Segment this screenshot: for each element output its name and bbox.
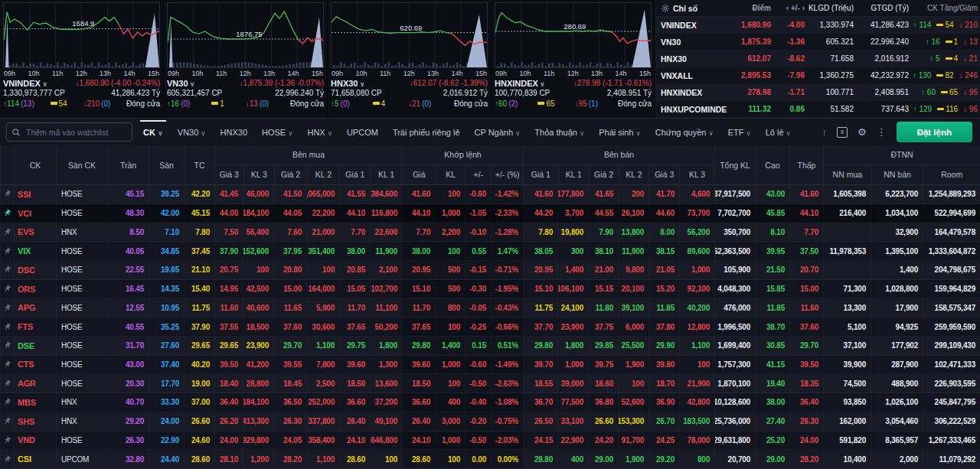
ticker-cell[interactable]: FTS <box>14 318 56 336</box>
index-name-dropdown[interactable]: VNINDEX∨ <box>3 79 47 88</box>
pin-icon[interactable] <box>2 207 13 219</box>
search-input[interactable] <box>24 127 127 138</box>
pin-icon[interactable] <box>2 453 13 464</box>
tab-phái-sinh[interactable]: Phái sinh∨ <box>599 120 641 145</box>
tab-chứng-quyền[interactable]: Chứng quyền∨ <box>655 120 714 145</box>
pin-icon[interactable] <box>2 188 13 200</box>
index-name-dropdown[interactable]: VN30∨ <box>167 79 195 88</box>
ticker-cell[interactable]: DSE <box>14 337 56 355</box>
watchlist-search[interactable] <box>6 122 132 142</box>
pin-icon[interactable] <box>2 340 13 351</box>
tab-hose[interactable]: HOSE∨ <box>262 120 292 145</box>
board-row-ors[interactable]: ORSHOSE16.4514.3515.4014.9542,50015.0016… <box>0 280 980 299</box>
pin-icon[interactable] <box>2 283 13 295</box>
tab-vn30[interactable]: VN30∨ <box>178 120 206 145</box>
pin-icon[interactable] <box>2 245 13 256</box>
tab-etf[interactable]: ETF∨ <box>728 120 751 145</box>
cell-bk2: 1,900 <box>618 356 648 374</box>
pin-cell[interactable] <box>0 337 14 355</box>
pin-icon[interactable] <box>2 226 13 238</box>
pin-cell[interactable] <box>0 261 14 279</box>
tab-hnx30[interactable]: HNX30 <box>220 120 247 145</box>
pin-icon[interactable] <box>2 435 13 446</box>
board-row-mbs[interactable]: MBSHNX40.7033.3037.0036.40184,10036.5025… <box>0 393 980 412</box>
pin-icon[interactable] <box>2 264 13 275</box>
board-row-fts[interactable]: FTSHOSE40.5535.2537.9037.5518,50037.6030… <box>0 318 980 337</box>
excel-export-icon[interactable]: x <box>837 127 848 138</box>
ticker-cell[interactable]: CTS <box>14 356 56 374</box>
index-row-hnxindex[interactable]: HNXINDEX278.98-1.71100.7712,408.951↑ 606… <box>656 84 980 101</box>
pin-cell[interactable] <box>0 450 14 468</box>
tab-hnx[interactable]: HNX∨ <box>307 120 332 145</box>
tab-cp-ngành[interactable]: CP Ngành∨ <box>475 120 521 145</box>
reference-cell: 19.00 <box>184 374 214 392</box>
ticker-cell[interactable]: DSC <box>14 261 56 279</box>
board-row-ssi[interactable]: SSIHOSE45.1539.2542.2041.4546,00041.50,0… <box>0 185 980 204</box>
pin-icon[interactable] <box>2 302 13 314</box>
tab-ck[interactable]: CK∨ <box>143 120 163 145</box>
pin-icon[interactable] <box>2 378 13 389</box>
index-row-hnxupcomindex[interactable]: HNXUPCOMINDEX111.320.8651.582737.643↑ 12… <box>656 101 980 118</box>
ticker-cell[interactable]: AGR <box>14 374 56 392</box>
pin-cell[interactable] <box>0 298 14 317</box>
pin-cell[interactable] <box>0 318 14 336</box>
pin-cell[interactable] <box>0 393 14 412</box>
pin-cell[interactable] <box>0 185 14 204</box>
index-row-vn30[interactable]: VN301,875.39-1.36605.32122,996.240↑ 161↓… <box>656 34 980 50</box>
time-tick: 15h <box>312 70 323 77</box>
pin-cell[interactable] <box>0 374 14 392</box>
board-row-csi[interactable]: CSIUPCOM32.8024.4028.6028.101,20028.201,… <box>0 450 980 469</box>
cell-chg: -0.05 <box>465 298 491 317</box>
board-row-dse[interactable]: DSEHOSE31.7027.6029.6529.6523,90029.701,… <box>0 337 980 356</box>
time-tick: 14h <box>288 70 299 77</box>
index-name-dropdown[interactable]: HNXINDEX∨ <box>495 79 545 88</box>
settings-icon[interactable]: ⚙ <box>858 127 867 137</box>
ticker-cell[interactable]: SSI <box>14 185 56 204</box>
tab-upcom[interactable]: UPCOM <box>347 120 378 145</box>
ticker-cell[interactable]: SHS <box>14 412 56 431</box>
ticker-cell[interactable]: MBS <box>14 393 56 412</box>
pin-cell[interactable] <box>0 356 14 374</box>
upload-icon[interactable]: ↑ <box>822 127 827 137</box>
ticker-cell[interactable]: EVS <box>14 223 56 241</box>
pin-icon[interactable] <box>2 359 13 370</box>
pin-cell[interactable] <box>0 412 14 431</box>
index-row-vnindex[interactable]: VNINDEX1,680.90-4.001,330.97441,286.423↑… <box>656 17 980 34</box>
pin-icon[interactable] <box>2 415 13 427</box>
board-row-vnd[interactable]: VNDHOSE26.3022.9024.6024.00,929,80024.05… <box>0 432 980 451</box>
ticker-cell[interactable]: CSI <box>14 450 56 468</box>
pin-cell[interactable] <box>0 223 14 241</box>
pin-cell[interactable] <box>0 204 14 223</box>
pin-cell[interactable] <box>0 280 14 298</box>
ticker-cell[interactable]: ORS <box>14 280 56 298</box>
cell-nnban: 1,395,100 <box>871 242 923 260</box>
board-row-cts[interactable]: CTSHOSE43.0037.4040.2039.5041,20039.557,… <box>0 356 980 375</box>
gear-icon[interactable] <box>661 4 670 13</box>
index-name-dropdown[interactable]: HNX30∨ <box>331 79 365 88</box>
index-row-vnxall[interactable]: VNXALL2,895.53-7.961,360.27542,232.972↑ … <box>656 67 980 84</box>
cell-g3: 7.50 <box>214 223 243 241</box>
pin-cell[interactable] <box>0 432 14 450</box>
pin-icon[interactable] <box>2 321 13 332</box>
cell-g3: 44.00 <box>214 204 243 223</box>
board-row-dsc[interactable]: DSCHOSE22.5519.6521.1020.7510020.8010020… <box>0 261 980 280</box>
board-row-agr[interactable]: AGRHOSE20.3017.7019.0018.4028,80018.452,… <box>0 374 980 393</box>
ticker-cell[interactable]: VND <box>14 432 56 450</box>
board-row-apg[interactable]: APGHOSE12.5510.9511.7511.6040,60011.655,… <box>0 298 980 318</box>
more-options-icon[interactable]: ⋮ <box>877 127 887 137</box>
ticker-cell[interactable]: VCI <box>14 204 56 223</box>
board-row-vix[interactable]: VIXHOSE40.0534.8537.4537.90152,60037.953… <box>0 242 980 261</box>
tab-thỏa-thuận[interactable]: Thỏa thuận∨ <box>534 120 584 145</box>
pin-icon[interactable] <box>2 396 13 408</box>
board-row-shs[interactable]: SHSHNX29.2024.0026.6026.20413,30026.3033… <box>0 412 980 432</box>
place-order-button[interactable]: Đặt lệnh <box>897 122 972 142</box>
index-row-hnx30[interactable]: HNX30612.07-8.6271.6582,016.912↑ 54↓ 21 <box>656 50 980 67</box>
tab-lô-lẻ[interactable]: Lô lẻ∨ <box>766 120 791 145</box>
unchanged-dash-icon <box>373 102 380 105</box>
board-row-vci[interactable]: VCIHOSE48.3042.0045.1544.00184,10044.052… <box>0 204 980 223</box>
pin-cell[interactable] <box>0 242 14 260</box>
ticker-cell[interactable]: VIX <box>14 242 56 260</box>
ticker-cell[interactable]: APG <box>14 298 56 317</box>
tab-trái-phiếu-riêng-lẻ[interactable]: Trái phiếu riêng lẻ <box>393 120 460 145</box>
board-row-evs[interactable]: EVSHNX8.507.107.807.5056,4007.6021,0007.… <box>0 223 980 242</box>
